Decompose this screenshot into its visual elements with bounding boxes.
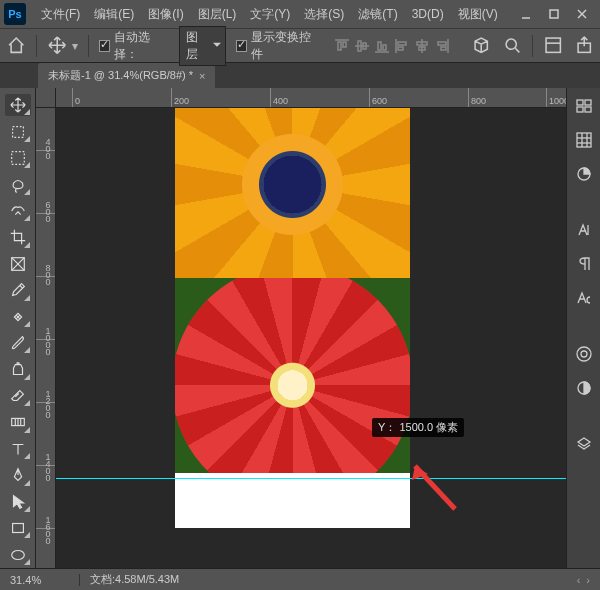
- ellipse-tool[interactable]: [5, 543, 31, 565]
- align-right-icon[interactable]: [433, 37, 451, 55]
- menu-view[interactable]: 视图(V): [451, 6, 505, 23]
- document-tab-title: 未标题-1 @ 31.4%(RGB/8#) *: [48, 68, 193, 83]
- move-tool[interactable]: [5, 94, 31, 116]
- paragraph-panel-icon[interactable]: [574, 254, 594, 274]
- document-tab[interactable]: 未标题-1 @ 31.4%(RGB/8#) * ×: [38, 63, 215, 88]
- svg-line-23: [515, 49, 519, 53]
- image-layer-2: [175, 278, 410, 473]
- pen-tool[interactable]: [5, 464, 31, 486]
- home-icon[interactable]: [6, 35, 26, 57]
- align-left-icon[interactable]: [393, 37, 411, 55]
- svg-rect-42: [577, 133, 591, 147]
- svg-rect-11: [378, 42, 381, 50]
- brush-tool[interactable]: [5, 332, 31, 354]
- checkbox-icon: [99, 40, 110, 52]
- svg-rect-27: [12, 126, 23, 137]
- coordinate-tooltip: Y： 1500.0 像素: [372, 418, 464, 437]
- toolbox: [0, 88, 36, 568]
- layer-type-dropdown[interactable]: 图层: [179, 26, 225, 66]
- canvas[interactable]: [175, 108, 410, 528]
- gradient-tool[interactable]: [5, 411, 31, 433]
- share-icon[interactable]: [574, 35, 594, 57]
- layers-panel-icon[interactable]: [574, 434, 594, 454]
- menu-type[interactable]: 文字(Y): [243, 6, 297, 23]
- frame-tool[interactable]: [5, 253, 31, 275]
- chevron-left-icon[interactable]: ‹: [577, 574, 581, 586]
- search-icon[interactable]: [502, 35, 522, 57]
- close-icon[interactable]: ×: [199, 70, 205, 82]
- svg-rect-5: [338, 42, 341, 50]
- panel-dock: [566, 88, 600, 568]
- eyedropper-tool[interactable]: [5, 279, 31, 301]
- svg-point-22: [506, 39, 516, 49]
- path-select-tool[interactable]: [5, 491, 31, 513]
- type-tool[interactable]: [5, 438, 31, 460]
- main-area: 400 600 800 1000 1200 1400 1600 0 200 40…: [0, 88, 600, 568]
- menu-layer[interactable]: 图层(L): [191, 6, 244, 23]
- canvas-viewport[interactable]: Y： 1500.0 像素: [56, 108, 566, 568]
- properties-panel-icon[interactable]: [574, 130, 594, 150]
- show-transform-label: 显示变换控件: [251, 29, 318, 63]
- align-top-icon[interactable]: [333, 37, 351, 55]
- document-tab-bar: 未标题-1 @ 31.4%(RGB/8#) * ×: [0, 62, 600, 88]
- menu-filter[interactable]: 滤镜(T): [351, 6, 404, 23]
- align-bottom-icon[interactable]: [373, 37, 391, 55]
- adjustments-panel-icon[interactable]: [574, 378, 594, 398]
- crop-tool[interactable]: [5, 226, 31, 248]
- menu-3d[interactable]: 3D(D): [405, 7, 451, 21]
- svg-rect-6: [343, 42, 346, 47]
- doc-info-label: 文档:: [90, 573, 115, 585]
- artboard-tool[interactable]: [5, 120, 31, 142]
- svg-rect-1: [550, 10, 558, 18]
- svg-rect-21: [441, 47, 446, 50]
- window-close[interactable]: [570, 4, 594, 24]
- window-maximize[interactable]: [542, 4, 566, 24]
- vertical-ruler[interactable]: 400 600 800 1000 1200 1400 1600: [36, 108, 56, 568]
- history-panel-icon[interactable]: [574, 96, 594, 116]
- menu-file[interactable]: 文件(F): [34, 6, 87, 23]
- show-transform-checkbox[interactable]: 显示变换控件: [236, 29, 318, 63]
- glyphs-panel-icon[interactable]: [574, 288, 594, 308]
- chevron-right-icon[interactable]: ›: [586, 574, 590, 586]
- align-hcenter-icon[interactable]: [413, 37, 431, 55]
- svg-rect-12: [383, 45, 386, 50]
- ruler-corner: [36, 88, 56, 108]
- menu-image[interactable]: 图像(I): [141, 6, 190, 23]
- status-bar: 31.4% 文档:4.58M/5.43M ‹ ›: [0, 568, 600, 590]
- zoom-level[interactable]: 31.4%: [0, 574, 80, 586]
- app-logo: Ps: [4, 3, 26, 25]
- healing-tool[interactable]: [5, 306, 31, 328]
- quick-select-tool[interactable]: [5, 200, 31, 222]
- workspace-icon[interactable]: [543, 35, 563, 57]
- horizontal-ruler[interactable]: 0 200 400 600 800 1000: [56, 88, 566, 108]
- svg-rect-28: [11, 152, 24, 165]
- document-info[interactable]: 文档:4.58M/5.43M: [80, 572, 189, 587]
- divider: [36, 35, 37, 57]
- svg-rect-41: [585, 107, 591, 112]
- guide-line[interactable]: [56, 478, 566, 479]
- svg-rect-38: [577, 100, 583, 105]
- 3d-mode-icon[interactable]: [471, 35, 491, 57]
- window-minimize[interactable]: [514, 4, 538, 24]
- menu-select[interactable]: 选择(S): [297, 6, 351, 23]
- move-tool-chevron-icon[interactable]: ▾: [72, 39, 78, 53]
- align-vcenter-icon[interactable]: [353, 37, 371, 55]
- svg-rect-39: [585, 100, 591, 105]
- marquee-tool[interactable]: [5, 147, 31, 169]
- clone-tool[interactable]: [5, 358, 31, 380]
- auto-select-checkbox[interactable]: 自动选择：: [99, 29, 170, 63]
- image-layer-1: [175, 108, 410, 278]
- menu-edit[interactable]: 编辑(E): [87, 6, 141, 23]
- eraser-tool[interactable]: [5, 385, 31, 407]
- swatches-panel-icon[interactable]: [574, 164, 594, 184]
- svg-rect-20: [438, 42, 446, 45]
- lasso-tool[interactable]: [5, 173, 31, 195]
- rectangle-tool[interactable]: [5, 517, 31, 539]
- svg-rect-24: [546, 38, 560, 52]
- doc-info-value: 4.58M/5.43M: [115, 573, 179, 585]
- character-panel-icon[interactable]: [574, 220, 594, 240]
- libraries-panel-icon[interactable]: [574, 344, 594, 364]
- move-tool-icon[interactable]: [47, 35, 67, 57]
- options-bar: ▾ 自动选择： 图层 显示变换控件: [0, 28, 600, 62]
- svg-point-37: [11, 550, 24, 559]
